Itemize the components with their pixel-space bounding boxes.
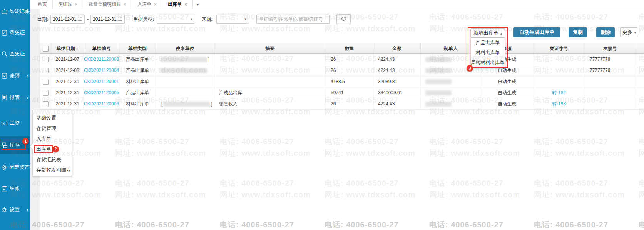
- column-header-date[interactable]: 单据日期↑: [51, 43, 84, 53]
- cell-partner: [156, 76, 214, 87]
- watermark-text: 网址: www.tdxsoft.com: [429, 190, 520, 200]
- close-icon[interactable]: ×: [75, 2, 77, 7]
- auto-generate-button[interactable]: 自动生成出库单: [513, 27, 560, 37]
- doc-type-select[interactable]: ▾: [157, 15, 195, 24]
- sidebar-item-fixed-asset[interactable]: 固定资产: [0, 158, 30, 176]
- close-icon[interactable]: ×: [124, 2, 126, 7]
- cell-source: 自动生成: [481, 76, 533, 87]
- sidebar-item-report[interactable]: 报表›: [0, 88, 30, 106]
- link-code[interactable]: CKD2021120006: [84, 101, 119, 107]
- annotation-badge-3: 3: [467, 65, 473, 72]
- cell-code: CKD2021120001: [84, 76, 119, 87]
- tab-label: 入库单: [137, 1, 151, 8]
- table-header-row: 单据日期↑单据编号单据类型往来单位摘要数量金额制单人来源凭证字号发票号: [40, 43, 644, 54]
- cell-voucher: 转-182: [533, 87, 585, 98]
- cell-date: 2021-12-31: [51, 98, 84, 109]
- popup-item-outbound-order[interactable]: 出库单2: [33, 144, 72, 154]
- popup-item-inbound-order[interactable]: 入库单: [33, 133, 72, 144]
- table-row[interactable]: 2021-12-31CKD2021120005产品出库单产成品出库5974133…: [40, 87, 644, 98]
- cell-amount: 3340009.01: [373, 87, 421, 98]
- source-select[interactable]: ▾: [216, 15, 249, 24]
- close-icon[interactable]: ×: [184, 2, 187, 7]
- column-header-summary[interactable]: 摘要: [214, 43, 326, 53]
- watermark-text: 电话: 4006-6500-27: [325, 12, 399, 22]
- select-all-checkbox[interactable]: [43, 46, 49, 52]
- cell-code: CKD2021120006: [84, 98, 119, 109]
- row-checkbox[interactable]: [43, 101, 49, 107]
- new-outbound-button[interactable]: 新增出库单▴: [470, 28, 505, 38]
- column-header-invoice[interactable]: 发票号: [585, 43, 635, 53]
- popup-item-label: 存货管理: [36, 125, 56, 131]
- sidebar-item-smart-accounting[interactable]: 智能记账: [0, 3, 30, 20]
- table-row[interactable]: 2021-12-08CKD2021120004产品出库单264224.43自动生…: [40, 65, 644, 76]
- cell-voucher: [533, 54, 585, 65]
- sidebar-item-voucher-entry[interactable]: 录凭证: [0, 24, 30, 42]
- watermark-text: 电话: 4006-6500-27: [325, 220, 399, 230]
- link-code[interactable]: CKD2021120005: [84, 90, 119, 95]
- salary-icon: [0, 120, 8, 127]
- menu-item-material-outbound[interactable]: 材料出库单: [471, 48, 505, 58]
- sidebar-item-salary[interactable]: 工资: [0, 114, 30, 132]
- cell-source: 自动生成: [481, 87, 533, 98]
- popup-item-basic-settings[interactable]: 基础设置: [33, 113, 72, 123]
- link-voucher[interactable]: 转-198: [552, 101, 566, 107]
- cell-cb: [40, 98, 51, 109]
- delete-button[interactable]: 删除: [596, 27, 615, 37]
- cell-amount: 4224.43: [373, 54, 421, 65]
- row-checkbox[interactable]: [43, 68, 49, 73]
- copy-button[interactable]: 复制: [569, 27, 587, 37]
- close-icon[interactable]: ×: [154, 2, 157, 7]
- row-checkbox[interactable]: [43, 90, 49, 96]
- cell-code: CKD2021120003: [84, 54, 119, 65]
- tab-outbound-order[interactable]: 出库单×: [162, 0, 193, 9]
- sidebar-item-settings[interactable]: 设置›: [0, 201, 30, 218]
- cell-sp: [635, 54, 644, 65]
- table-row[interactable]: 2021-12-31CKD2021120006材料出库单[]销售收入264224…: [40, 98, 644, 110]
- tab-qty-amount-ledger[interactable]: 数量金额明细账×: [83, 0, 132, 9]
- column-header-type[interactable]: 单据类型: [119, 43, 156, 53]
- refresh-button[interactable]: [336, 14, 351, 24]
- tab-inbound-order[interactable]: 入库单×: [132, 0, 162, 9]
- calendar-icon[interactable]: [77, 16, 82, 22]
- table-row[interactable]: 2021-12-07CKD2021120003产品出库单]264224.43自动…: [40, 54, 644, 65]
- menu-item-product-outbound[interactable]: 产品出库单: [471, 38, 505, 48]
- report-icon: [0, 94, 8, 101]
- cell-partner: [156, 65, 214, 76]
- cell-type: 产品出库单: [119, 65, 156, 76]
- cell-sp: [635, 98, 644, 109]
- watermark-text: 电话: 4006-6500-27: [429, 220, 503, 230]
- link-voucher[interactable]: 转-182: [552, 90, 566, 96]
- sidebar-item-voucher-search[interactable]: 查凭证: [0, 45, 30, 63]
- date-to-input[interactable]: 2021-12-31: [90, 15, 125, 24]
- cell-partner: ]: [156, 54, 214, 65]
- cell-type: 材料出库单: [119, 76, 156, 87]
- link-code[interactable]: CKD2021120004: [84, 68, 119, 73]
- doc-type-filter-label: 单据类型:: [133, 15, 154, 24]
- column-header-qty[interactable]: 数量: [326, 43, 373, 53]
- date-from-input[interactable]: 2021-12-01: [50, 15, 85, 24]
- sidebar-item-ledger[interactable]: ¥账簿›: [0, 67, 30, 85]
- redacted-maker: [425, 90, 452, 95]
- popup-item-inventory-io-detail[interactable]: 存货收发明细表: [33, 165, 72, 175]
- tab-label: 数量金额明细账: [89, 1, 121, 8]
- link-code[interactable]: CKD2021120001: [84, 79, 119, 84]
- column-header-voucher[interactable]: 凭证字号: [533, 43, 585, 53]
- column-header-code[interactable]: 单据编号: [84, 43, 119, 53]
- tab-home[interactable]: 首页: [32, 0, 53, 9]
- link-code[interactable]: CKD2021120003: [84, 57, 119, 62]
- popup-item-inventory-mgmt[interactable]: 存货管理: [33, 123, 72, 133]
- column-header-amount[interactable]: 金额: [373, 43, 421, 53]
- tab-list-chevron-down-icon[interactable]: ▾: [193, 0, 202, 9]
- table-row[interactable]: 2021-12-31CKD2021120001材料出库单4188.532989.…: [40, 76, 644, 87]
- search-input[interactable]: [256, 15, 330, 24]
- menu-item-revolving-material-outbound[interactable]: 周转材料出库单: [471, 58, 505, 68]
- tab-detail-ledger[interactable]: 明细账×: [53, 0, 83, 9]
- column-header-partner[interactable]: 往来单位: [156, 43, 214, 53]
- row-checkbox[interactable]: [43, 57, 49, 62]
- row-checkbox[interactable]: [43, 79, 49, 85]
- calendar-icon[interactable]: [117, 16, 122, 22]
- tab-label: 首页: [38, 1, 47, 8]
- more-button[interactable]: 更多▾: [620, 27, 638, 37]
- sidebar-item-closing[interactable]: 结账: [0, 180, 30, 197]
- popup-item-inventory-summary[interactable]: 存货汇总表: [33, 154, 72, 165]
